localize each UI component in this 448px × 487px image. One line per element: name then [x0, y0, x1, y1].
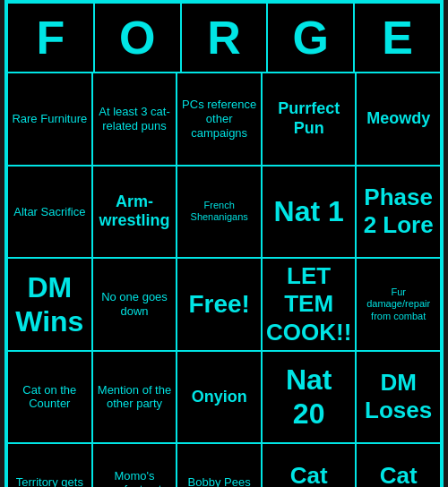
bingo-cell-0: Rare Furniture [7, 73, 92, 166]
bingo-cell-22: Bobby Pees on Something [177, 443, 262, 487]
bingo-cell-11: No one goes down [92, 258, 177, 351]
header-letter-e: E [354, 3, 441, 73]
header-letter-r: R [181, 3, 268, 73]
header-letter-f: F [7, 3, 94, 73]
header-letter-o: O [94, 3, 181, 73]
header-letter-g: G [267, 3, 354, 73]
bingo-cell-21: Momo's perfect cat impressions [92, 443, 177, 487]
bingo-cell-13: LET TEM COOK!! [262, 258, 356, 351]
bingo-cell-20: Territory gets marked again [7, 443, 92, 487]
bingo-cell-18: Nat 20 [262, 351, 356, 444]
bingo-cell-24: Cat Chaos [356, 443, 441, 487]
bingo-cell-5: Altar Sacrifice [7, 166, 92, 259]
bingo-cell-2: PCs reference other campaigns [177, 73, 262, 166]
bingo-card: FORGE Rare FurnitureAt least 3 cat-relat… [4, 0, 444, 487]
bingo-cell-19: DM Loses [356, 351, 441, 444]
bingo-cell-14: Fur damage/repair from combat [356, 258, 441, 351]
bingo-cell-23: Cat Noises [262, 443, 356, 487]
bingo-header: FORGE [7, 3, 441, 73]
bingo-cell-12: Free! [177, 258, 262, 351]
bingo-cell-16: Mention of the other party [92, 351, 177, 444]
bingo-cell-6: Arm-wrestling [92, 166, 177, 259]
bingo-cell-3: Purrfect Pun [262, 73, 356, 166]
bingo-grid: Rare FurnitureAt least 3 cat-related pun… [7, 73, 441, 487]
bingo-cell-10: DM Wins [7, 258, 92, 351]
bingo-cell-9: Phase 2 Lore [356, 166, 441, 259]
bingo-cell-4: Meowdy [356, 73, 441, 166]
bingo-cell-8: Nat 1 [262, 166, 356, 259]
bingo-cell-7: French Shenanigans [177, 166, 262, 259]
bingo-cell-1: At least 3 cat-related puns [92, 73, 177, 166]
bingo-cell-17: Onyion [177, 351, 262, 444]
bingo-cell-15: Cat on the Counter [7, 351, 92, 444]
